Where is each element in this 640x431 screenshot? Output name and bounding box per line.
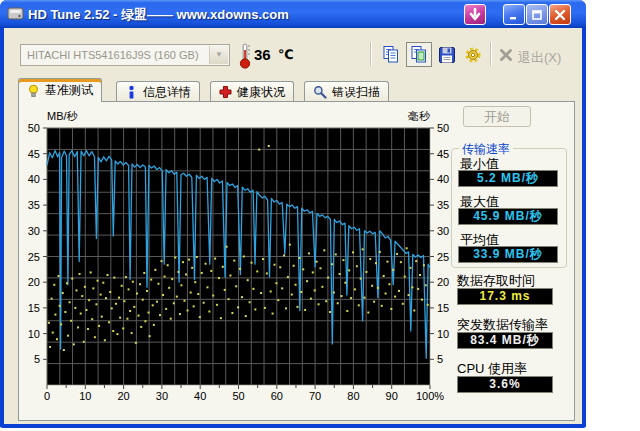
- svg-text:0: 0: [44, 390, 50, 402]
- svg-text:MB/秒: MB/秒: [47, 110, 79, 122]
- close-button[interactable]: [549, 4, 571, 25]
- svg-text:30: 30: [28, 225, 40, 237]
- svg-text:5: 5: [437, 353, 443, 365]
- tab-benchmark[interactable]: 基准测试: [18, 78, 102, 102]
- svg-text:10: 10: [28, 328, 40, 340]
- svg-text:45: 45: [28, 148, 40, 160]
- copy-screenshot-button[interactable]: [406, 42, 432, 67]
- maximize-icon: [531, 9, 543, 21]
- drive-select-value: HITACHI HTS541616J9S (160 GB): [27, 49, 199, 61]
- svg-text:25: 25: [28, 251, 40, 263]
- app-icon: [7, 5, 24, 22]
- options-button[interactable]: [460, 42, 486, 67]
- svg-text:20: 20: [28, 276, 40, 288]
- window-title: HD Tune 2.52 - 绿盟—— www.xdowns.com: [28, 6, 289, 24]
- burst-rate-field: 83.4 MB/秒: [457, 332, 553, 349]
- tab-error-scan-label: 错误扫描: [332, 84, 380, 101]
- svg-text:40: 40: [194, 390, 206, 402]
- options-icon: [463, 45, 483, 65]
- tab-health[interactable]: 健康状况: [210, 81, 294, 102]
- svg-text:15: 15: [28, 302, 40, 314]
- minimize-button[interactable]: [503, 4, 525, 25]
- exit-button[interactable]: [496, 42, 516, 67]
- magnifier-icon: [313, 85, 327, 99]
- toolbar-separator: [370, 42, 372, 66]
- temperature-unit: ℃: [278, 47, 294, 62]
- avg-value-field: 33.9 MB/秒: [458, 246, 558, 263]
- svg-text:30: 30: [437, 225, 449, 237]
- benchmark-chart: 5050454540403535303025252020151510105501…: [19, 102, 464, 407]
- hdtune-window: HD Tune 2.52 - 绿盟—— www.xdowns.com: [0, 0, 586, 428]
- start-button[interactable]: 开始: [463, 106, 531, 127]
- svg-text:20: 20: [117, 390, 129, 402]
- bulb-icon: [27, 84, 40, 98]
- exit-x-icon: [499, 48, 513, 62]
- min-value-field: 5.2 MB/秒: [458, 170, 558, 187]
- access-time-field: 17.3 ms: [457, 288, 553, 305]
- save-button[interactable]: [434, 42, 460, 67]
- svg-text:50: 50: [232, 390, 244, 402]
- titlebar[interactable]: HD Tune 2.52 - 绿盟—— www.xdowns.com: [0, 0, 586, 28]
- svg-text:10: 10: [79, 390, 91, 402]
- cpu-usage-field: 3.6%: [457, 376, 553, 393]
- save-icon: [438, 46, 456, 64]
- svg-text:100%: 100%: [416, 390, 444, 402]
- thermometer-icon: [238, 42, 252, 69]
- exit-button-label: 退出(X): [518, 49, 561, 67]
- drive-select[interactable]: HITACHI HTS541616J9S (160 GB) ▼: [20, 44, 230, 66]
- svg-text:60: 60: [271, 390, 283, 402]
- svg-text:40: 40: [437, 173, 449, 185]
- combo-arrow-icon: ▼: [209, 46, 228, 64]
- svg-text:40: 40: [28, 173, 40, 185]
- svg-text:25: 25: [437, 251, 449, 263]
- benchmark-page: 5050454540403535303025252020151510105501…: [18, 101, 575, 421]
- svg-text:毫秒: 毫秒: [408, 110, 431, 122]
- copy-image-icon: [410, 45, 428, 64]
- close-icon: [554, 9, 566, 21]
- transfer-rate-group-title: 传输速率: [459, 141, 513, 158]
- tab-info-label: 信息详情: [143, 84, 191, 101]
- svg-text:35: 35: [437, 199, 449, 211]
- svg-text:50: 50: [437, 122, 449, 134]
- tab-health-label: 健康状况: [237, 84, 285, 101]
- temperature-value: 36: [254, 46, 271, 63]
- health-cross-icon: [219, 85, 232, 99]
- tab-info[interactable]: 信息详情: [116, 81, 200, 102]
- svg-text:15: 15: [437, 302, 449, 314]
- tab-benchmark-label: 基准测试: [45, 82, 93, 99]
- download-arrow-icon: [469, 8, 481, 21]
- svg-text:35: 35: [28, 199, 40, 211]
- svg-text:90: 90: [386, 390, 398, 402]
- download-button[interactable]: [464, 4, 486, 25]
- svg-text:50: 50: [28, 122, 40, 134]
- maximize-button[interactable]: [526, 4, 548, 25]
- desktop: HD Tune 2.52 - 绿盟—— www.xdowns.com: [0, 0, 640, 431]
- info-icon: [125, 85, 138, 99]
- copy-button[interactable]: [378, 42, 404, 67]
- toolbar-separator-2: [490, 42, 492, 66]
- svg-text:20: 20: [437, 276, 449, 288]
- svg-text:30: 30: [156, 390, 168, 402]
- transfer-rate-group: 最小值 5.2 MB/秒 最大值 45.9 MB/秒 平均值 33.9 MB/秒: [451, 148, 567, 268]
- svg-text:10: 10: [437, 328, 449, 340]
- svg-text:80: 80: [347, 390, 359, 402]
- tab-error-scan[interactable]: 错误扫描: [304, 81, 389, 102]
- copy-icon: [382, 45, 400, 64]
- svg-text:70: 70: [309, 390, 321, 402]
- svg-text:5: 5: [34, 353, 40, 365]
- minimize-icon: [508, 9, 520, 21]
- max-value-field: 45.9 MB/秒: [458, 208, 558, 225]
- svg-text:45: 45: [437, 148, 449, 160]
